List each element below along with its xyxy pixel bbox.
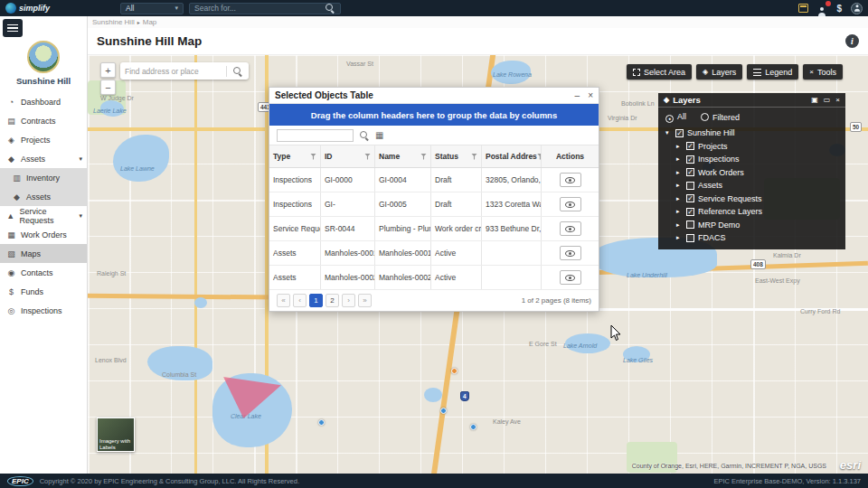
table-search-input[interactable]	[277, 129, 354, 142]
sidebar-item-projects[interactable]: ◈ Projects	[0, 130, 87, 149]
map-marker[interactable]	[440, 408, 447, 414]
map-marker[interactable]	[451, 368, 458, 374]
basemap-switcher[interactable]: Imagery with Labels	[97, 418, 135, 452]
search-icon[interactable]	[326, 4, 335, 13]
legend-button[interactable]: Legend	[747, 64, 798, 80]
column-header-type[interactable]: Type	[269, 145, 321, 167]
sidebar-item-assets[interactable]: ◆ Assets ▾	[0, 149, 87, 168]
select-area-button[interactable]: Select Area	[627, 64, 692, 80]
column-header-status[interactable]: Status	[431, 145, 482, 167]
view-button[interactable]	[560, 173, 581, 187]
radio-filtered[interactable]: Filtered	[701, 113, 740, 122]
sidebar-item-maps[interactable]: ▧ Maps	[0, 244, 87, 263]
layer-tree-item-service-requests[interactable]: ▸ ✓ Service Requests	[658, 192, 845, 206]
layer-tree-item-work-orders[interactable]: ▸ ✓ Work Orders	[658, 166, 845, 180]
radio-all[interactable]: ●All	[665, 112, 686, 123]
expander-icon[interactable]: ▸	[676, 143, 683, 150]
column-header-name[interactable]: Name	[375, 145, 431, 167]
sidebar-item-work-orders[interactable]: ▦ Work Orders	[0, 225, 87, 244]
minimize-icon[interactable]: –	[575, 90, 580, 100]
view-button[interactable]	[560, 246, 581, 260]
layer-tree-item-assets[interactable]: ▸ Assets	[658, 179, 845, 192]
sidebar-item-dashboard[interactable]: ◔ Dashboard	[0, 92, 87, 111]
zoom-out-button[interactable]: −	[100, 80, 116, 95]
view-button[interactable]	[560, 270, 581, 285]
column-header-id[interactable]: ID	[321, 145, 375, 167]
global-search-input[interactable]	[190, 4, 324, 13]
page-2-button[interactable]: 2	[326, 294, 339, 307]
tools-button[interactable]: × Tools	[803, 64, 843, 80]
sidebar-item-funds[interactable]: $ Funds	[0, 282, 87, 301]
sidebar-item-contracts[interactable]: ▤ Contracts	[0, 111, 87, 130]
expander-icon[interactable]: ▸	[676, 221, 683, 229]
sidebar-item-contacts[interactable]: ◉ Contacts	[0, 263, 87, 282]
search-icon[interactable]	[360, 131, 369, 140]
table-row[interactable]: Service Requests SR-0044 Plumbing - Plum…	[269, 217, 599, 241]
search-icon[interactable]	[233, 67, 242, 76]
calendar-icon[interactable]	[798, 4, 808, 13]
filter-icon[interactable]	[364, 154, 371, 160]
layer-checkbox[interactable]	[686, 182, 694, 190]
layer-checkbox[interactable]: ✓	[675, 129, 684, 137]
table-row[interactable]: Assets Manholes-0001 Manholes-0001 Activ…	[269, 241, 599, 266]
expander-icon[interactable]: ▸	[676, 169, 683, 176]
sidebar-item-service-requests[interactable]: ▲ Service Requests ▾	[0, 206, 87, 225]
zoom-in-button[interactable]: +	[100, 62, 116, 78]
layer-tree-item-fdacs[interactable]: ▸ FDACS	[658, 231, 845, 245]
expander-icon[interactable]: ▸	[676, 182, 683, 189]
dock-icon[interactable]: ▭	[824, 96, 831, 104]
sidebar-item-inspections[interactable]: ◎ Inspections	[0, 301, 87, 320]
table-row[interactable]: Inspections GI- GI-0005 Draft 1323 Coret…	[269, 192, 599, 217]
prev-page-button[interactable]: ‹	[293, 294, 307, 307]
hamburger-menu-button[interactable]	[3, 19, 23, 37]
sidebar-item-inventory[interactable]: ▥ Inventory	[0, 168, 87, 187]
layer-checkbox[interactable]: ✓	[686, 168, 694, 176]
layer-tree-item-sunshine-hill[interactable]: ▾ ✓ Sunshine Hill	[658, 127, 845, 140]
layer-checkbox[interactable]: ✓	[686, 142, 694, 150]
last-page-button[interactable]: »	[358, 294, 372, 307]
breadcrumb-root[interactable]: Sunshine Hill	[92, 18, 135, 26]
layers-panel-header[interactable]: ◈ Layers ▣ ▭ ×	[658, 93, 845, 108]
search-scope-select[interactable]: All ▾	[120, 3, 184, 14]
panel-title-bar[interactable]: Selected Objects Table – ×	[269, 88, 599, 104]
sidebar-item-assets-sub[interactable]: ◆ Assets	[0, 187, 87, 206]
layer-tree-item-inspections[interactable]: ▸ ✓ Inspections	[658, 153, 845, 166]
layer-tree-item-projects[interactable]: ▸ ✓ Projects	[658, 140, 845, 154]
expander-icon[interactable]: ▸	[676, 234, 683, 241]
layer-checkbox[interactable]: ✓	[686, 155, 694, 164]
expander-icon[interactable]: ▸	[676, 208, 683, 215]
group-by-banner[interactable]: Drag the column headers here to group th…	[269, 104, 599, 126]
layer-tree-item-mrp-demo[interactable]: ▸ MRP Demo	[658, 219, 845, 232]
column-chooser-icon[interactable]: ▦	[375, 130, 383, 140]
close-icon[interactable]: ×	[835, 96, 840, 104]
filter-icon[interactable]	[420, 154, 427, 160]
breadcrumb-current[interactable]: Map	[143, 18, 157, 26]
first-page-button[interactable]: «	[277, 294, 290, 307]
view-button[interactable]	[560, 197, 581, 211]
map-marker[interactable]	[318, 419, 325, 426]
layer-tree-item-reference-layers[interactable]: ▸ ✓ Reference Layers	[658, 205, 845, 219]
funds-icon[interactable]: $	[836, 4, 842, 14]
map-canvas[interactable]: Laerie Lake Lake Lawne Lake Rowena Clear…	[88, 55, 868, 474]
find-address-input[interactable]	[120, 67, 226, 76]
filter-icon[interactable]	[310, 154, 316, 160]
layer-checkbox[interactable]: ✓	[686, 194, 694, 202]
table-row[interactable]: Assets Manholes-0002 Manholes-0002 Activ…	[269, 266, 599, 290]
next-page-button[interactable]: ›	[342, 294, 355, 307]
expander-icon[interactable]: ▸	[676, 155, 683, 163]
close-icon[interactable]: ×	[588, 90, 593, 100]
table-row[interactable]: Inspections GI-0000 GI-0004 Draft 32805,…	[269, 168, 599, 192]
view-button[interactable]	[560, 221, 581, 236]
users-icon[interactable]	[817, 4, 827, 13]
page-1-button[interactable]: 1	[309, 294, 323, 307]
map-marker[interactable]	[470, 424, 476, 430]
layer-checkbox[interactable]	[686, 221, 694, 229]
info-button[interactable]: i	[845, 34, 859, 48]
layer-checkbox[interactable]: ✓	[686, 208, 694, 216]
user-avatar[interactable]	[851, 3, 863, 14]
layers-button[interactable]: ◈ Layers	[696, 64, 742, 80]
expander-icon[interactable]: ▾	[665, 129, 672, 136]
column-header-postal-address[interactable]: Postal Addres	[482, 145, 542, 167]
layer-checkbox[interactable]	[686, 234, 694, 242]
filter-icon[interactable]	[471, 154, 477, 160]
